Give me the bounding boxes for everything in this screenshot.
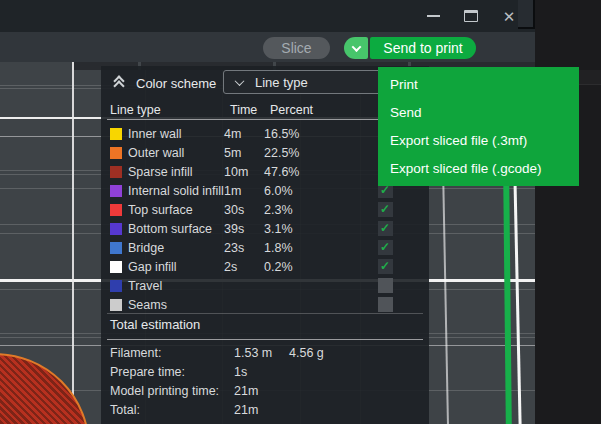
row-label: Sparse infill: [128, 165, 224, 179]
menu-item-export-3mf[interactable]: Export sliced file (.3mf): [378, 127, 579, 153]
total-value2: 4.56 g: [289, 346, 324, 360]
row-label: Inner wall: [128, 127, 224, 141]
close-icon: ✕: [503, 9, 516, 24]
background-window-corner: [518, 0, 535, 29]
row-time: 23s: [224, 241, 264, 255]
row-label: Gap infill: [128, 260, 224, 274]
color-swatch: [110, 261, 122, 273]
row-label: Internal solid infill: [128, 184, 224, 198]
toolbar: Slice Send to print: [0, 32, 535, 62]
close-button[interactable]: ✕: [501, 8, 517, 24]
restore-button[interactable]: [463, 8, 479, 24]
app-window: ✕ Slice Send to print: [0, 0, 535, 424]
row-time: 30s: [224, 203, 264, 217]
row-percent: 16.5%: [264, 127, 324, 141]
total-label: Prepare time:: [110, 365, 234, 379]
total-row: Total: 21m: [101, 400, 429, 419]
row-percent: 3.1%: [264, 222, 324, 236]
window-controls: ✕: [425, 0, 517, 32]
color-swatch: [110, 185, 122, 197]
row-time: 10m: [224, 165, 264, 179]
table-row: Seams: [101, 295, 429, 314]
color-swatch: [110, 128, 122, 140]
send-to-print-button[interactable]: Send to print: [370, 37, 476, 59]
panel-title: Color scheme: [136, 76, 216, 91]
total-label: Model printing time:: [110, 384, 234, 398]
restore-icon: [464, 10, 478, 22]
minimize-button[interactable]: [425, 8, 441, 24]
collapse-icon[interactable]: [112, 76, 126, 90]
row-time: 39s: [224, 222, 264, 236]
color-swatch: [110, 299, 122, 311]
row-time: 5m: [224, 146, 264, 160]
total-value: 1s: [234, 365, 289, 379]
visibility-checkbox[interactable]: [378, 259, 393, 274]
color-swatch: [110, 147, 122, 159]
visibility-checkbox[interactable]: [378, 240, 393, 255]
visibility-checkbox[interactable]: [378, 221, 393, 236]
chevron-down-icon: [235, 76, 245, 86]
color-swatch: [110, 223, 122, 235]
totals: Filament: 1.53 m 4.56 g Prepare time: 1s…: [101, 343, 429, 419]
total-row: Model printing time: 21m: [101, 381, 429, 400]
col-percent: Percent: [270, 103, 313, 117]
totals-title: Total estimation: [110, 317, 200, 332]
row-label: Bridge: [128, 241, 224, 255]
total-value: 21m: [234, 403, 289, 417]
color-swatch: [110, 166, 122, 178]
total-label: Filament:: [110, 346, 234, 360]
col-time: Time: [230, 103, 257, 117]
minimize-icon: [427, 15, 440, 17]
row-percent: 47.6%: [264, 165, 324, 179]
row-percent: 0.2%: [264, 260, 324, 274]
row-time: 2s: [224, 260, 264, 274]
table-row: Top surface 30s 2.3%: [101, 200, 429, 219]
visibility-checkbox[interactable]: [378, 297, 393, 312]
separator: [107, 119, 423, 120]
send-dropdown-menu: Print Send Export sliced file (.3mf) Exp…: [378, 67, 579, 186]
row-label: Outer wall: [128, 146, 224, 160]
separator: [107, 339, 423, 340]
visibility-checkbox[interactable]: [378, 202, 393, 217]
total-value: 21m: [234, 384, 289, 398]
row-percent: 2.3%: [264, 203, 324, 217]
row-label: Seams: [128, 298, 224, 312]
send-dropdown-button[interactable]: [344, 37, 368, 59]
grid-line: [72, 62, 74, 424]
row-label: Bottom surface: [128, 222, 224, 236]
total-label: Total:: [110, 403, 234, 417]
menu-item-print[interactable]: Print: [378, 72, 579, 98]
row-time: 1m: [224, 184, 264, 198]
separator: [107, 313, 423, 314]
table-row: Bottom surface 39s 3.1%: [101, 219, 429, 238]
chevron-down-icon: [351, 42, 361, 52]
menu-item-send[interactable]: Send: [378, 100, 579, 126]
slice-button[interactable]: Slice: [263, 37, 330, 59]
row-percent: 6.0%: [264, 184, 324, 198]
row-time: 4m: [224, 127, 264, 141]
table-row: Travel: [101, 276, 429, 295]
plate-edge-tick: [72, 62, 74, 70]
color-scheme-dropdown-value: Line type: [255, 75, 308, 90]
row-label: Top surface: [128, 203, 224, 217]
visibility-checkbox[interactable]: [378, 278, 393, 293]
col-line-type: Line type: [110, 103, 161, 117]
total-value: 1.53 m: [234, 346, 289, 360]
titlebar: ✕: [0, 0, 535, 32]
color-swatch: [110, 280, 122, 292]
color-swatch: [110, 204, 122, 216]
screen: ✕ Slice Send to print: [0, 0, 601, 424]
sliced-object[interactable]: [0, 353, 90, 424]
total-row: Filament: 1.53 m 4.56 g: [101, 343, 429, 362]
menu-item-export-gcode[interactable]: Export sliced file (.gcode): [378, 155, 579, 181]
row-percent: 1.8%: [264, 241, 324, 255]
row-label: Travel: [128, 279, 224, 293]
table-row: Gap infill 2s 0.2%: [101, 257, 429, 276]
color-swatch: [110, 242, 122, 254]
table-row: Bridge 23s 1.8%: [101, 238, 429, 257]
total-row: Prepare time: 1s: [101, 362, 429, 381]
row-percent: 22.5%: [264, 146, 324, 160]
